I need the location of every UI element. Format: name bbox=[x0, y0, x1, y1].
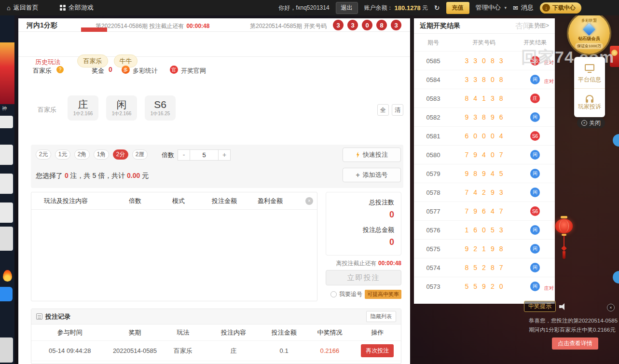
add-selection-label: 添加选号 bbox=[363, 171, 388, 179]
vip-badge-line2: 钻石级会员 bbox=[578, 36, 600, 42]
bet-option-闲[interactable]: 闲1中2.166 bbox=[106, 95, 137, 121]
all-games-link[interactable]: 全部游戏 bbox=[60, 3, 94, 12]
select-all-button[interactable]: 全 bbox=[377, 104, 389, 116]
admin-center-menu[interactable]: 管理中心 ▾ bbox=[476, 3, 507, 12]
win-notification-toast: 中奖提示 × 恭喜您，您投注的第20220514-0585 期河内1分彩百家乐庄… bbox=[524, 301, 619, 354]
unit-pill-1角[interactable]: 1角 bbox=[94, 149, 109, 160]
result-row: 057998945闲 bbox=[414, 164, 555, 183]
speaker-icon[interactable] bbox=[559, 303, 567, 310]
chevron-down-icon: ▾ bbox=[505, 5, 507, 10]
result-digit: 7 bbox=[499, 207, 503, 215]
record-period: 20220514-0585 bbox=[109, 347, 162, 354]
record-win: 0.2166 bbox=[306, 347, 354, 354]
stepper-minus-button[interactable]: - bbox=[178, 150, 190, 160]
chase-radio[interactable] bbox=[330, 291, 337, 297]
result-digit: 9 bbox=[491, 245, 495, 253]
watermark-small: 杏闻 bbox=[515, 21, 531, 31]
result-period: 0576 bbox=[414, 227, 453, 234]
play-tabs-row: 历史玩法 百家乐 牛牛 bbox=[18, 32, 410, 57]
view-details-button[interactable]: 点击查看详情 bbox=[552, 337, 598, 350]
toast-line2: 期河内1分彩百家乐庄中奖0.2166元 bbox=[529, 325, 619, 335]
deadline-value: 00:00:48 bbox=[378, 260, 401, 267]
clear-button[interactable]: 清 bbox=[392, 104, 403, 116]
records-column-header: 投注内容 bbox=[205, 328, 262, 337]
slip-column-header: 玩法及投注内容 bbox=[31, 197, 113, 205]
left-edge-blue-button[interactable] bbox=[0, 287, 13, 301]
result-badge: 闲 bbox=[530, 150, 540, 160]
service-close-button[interactable]: × 关闭 bbox=[577, 118, 605, 128]
result-row: 057874293闲 bbox=[414, 183, 555, 202]
multicolor-stats-link[interactable]: 多彩统计 bbox=[133, 67, 158, 75]
add-selection-button[interactable]: + 添加选号 bbox=[343, 168, 401, 182]
unit-pill-2元[interactable]: 2元 bbox=[36, 149, 51, 160]
player-complaint-item[interactable]: 玩家投诉 bbox=[574, 88, 605, 115]
recharge-button[interactable]: 充值 bbox=[446, 2, 469, 14]
result-row: 057779647S6 bbox=[414, 202, 555, 220]
result-outcome: 闲 bbox=[515, 150, 555, 160]
result-digit: 3 bbox=[465, 76, 469, 83]
bet-option-name: S6 bbox=[154, 99, 166, 110]
toast-close-icon[interactable]: × bbox=[607, 304, 615, 311]
unit-pill-2角[interactable]: 2角 bbox=[74, 149, 90, 160]
result-numbers: 98945 bbox=[453, 170, 515, 177]
service-widget: 平台信息 玩家投诉 bbox=[574, 57, 605, 117]
tab-history-plays[interactable]: 历史玩法 bbox=[35, 58, 60, 67]
platform-info-item[interactable]: 平台信息 bbox=[574, 60, 605, 88]
result-numbers: 55920 bbox=[453, 283, 515, 290]
result-digit: 8 bbox=[499, 245, 503, 253]
close-icon: × bbox=[581, 120, 587, 126]
official-site-link[interactable]: 开奖官网 bbox=[181, 67, 206, 75]
result-numbers: 33808 bbox=[453, 76, 515, 83]
logout-button[interactable]: 退出 bbox=[336, 2, 358, 14]
result-digit: 0 bbox=[482, 57, 486, 65]
rebet-button[interactable]: 再次投注 bbox=[361, 344, 394, 357]
flame-icon[interactable] bbox=[3, 270, 12, 282]
trend-chart-link[interactable]: 走势图> bbox=[528, 22, 549, 30]
result-outcome: S6 bbox=[515, 131, 555, 141]
bet-option-odds: 1中16.25 bbox=[151, 110, 170, 117]
tab-baccarat[interactable]: 百家乐 bbox=[77, 54, 108, 67]
edge-blue-widget[interactable] bbox=[613, 134, 619, 147]
slip-close-icon[interactable]: × bbox=[305, 197, 313, 205]
hide-list-button[interactable]: 隐藏列表 bbox=[366, 311, 396, 322]
quick-bet-button[interactable]: 快速投注 bbox=[343, 148, 401, 162]
bet-option-name: 庄 bbox=[78, 99, 88, 110]
bet-option-S6[interactable]: S61中16.25 bbox=[145, 95, 176, 121]
result-badge: S6 bbox=[530, 131, 540, 141]
result-outcome: 闲 bbox=[515, 188, 555, 197]
result-numbers: 79407 bbox=[453, 151, 515, 159]
result-badge: 闲 bbox=[530, 225, 540, 235]
multiplier-input[interactable] bbox=[190, 150, 219, 160]
help-icon[interactable]: ? bbox=[56, 66, 64, 73]
records-column-header: 中奖情况 bbox=[306, 328, 354, 337]
record-amount: 0.1 bbox=[262, 347, 306, 354]
download-center-button[interactable]: ↓ 下载中心 bbox=[540, 2, 581, 13]
result-row: 058079407闲 bbox=[414, 145, 555, 164]
result-digit: 2 bbox=[482, 189, 486, 196]
refresh-balance-icon[interactable]: ↻ bbox=[434, 4, 440, 12]
result-outcome: 庄 bbox=[515, 94, 555, 103]
total-bets-value: 0 bbox=[326, 210, 401, 220]
edge-blue-widget[interactable] bbox=[613, 271, 619, 283]
summary-text: 元 bbox=[140, 172, 149, 179]
records-column-header: 奖期 bbox=[109, 328, 162, 337]
home-link[interactable]: ⌂ 返回首页 bbox=[7, 3, 39, 12]
messages-link[interactable]: ✉ 消息 bbox=[513, 3, 534, 12]
bet-option-庄[interactable]: 庄1中2.166 bbox=[68, 95, 98, 121]
stepper-plus-button[interactable]: + bbox=[219, 150, 230, 160]
result-badge: 闲 bbox=[530, 263, 540, 272]
result-digit: 0 bbox=[491, 76, 495, 83]
result-badge: 庄 bbox=[530, 94, 540, 103]
last-period-text: 第20220514-0585期 开奖号码 bbox=[250, 22, 327, 30]
result-period: 0579 bbox=[414, 170, 453, 177]
unit-pills: 2元1元2角1角2分2厘 bbox=[36, 149, 148, 160]
left-edge-banner bbox=[0, 42, 14, 104]
bet-now-button[interactable]: 立即投注 bbox=[326, 270, 401, 285]
result-period: 0585 bbox=[414, 57, 453, 65]
vip-badge-line3: 保证金1000万 bbox=[575, 43, 603, 49]
bet-summary-panel: 总投注数 0 投注总金额 0 bbox=[326, 192, 401, 256]
unit-pill-1元[interactable]: 1元 bbox=[55, 149, 70, 160]
unit-pill-2厘[interactable]: 2厘 bbox=[132, 149, 148, 160]
result-digit: 3 bbox=[499, 189, 503, 196]
unit-pill-2分[interactable]: 2分 bbox=[113, 149, 128, 160]
